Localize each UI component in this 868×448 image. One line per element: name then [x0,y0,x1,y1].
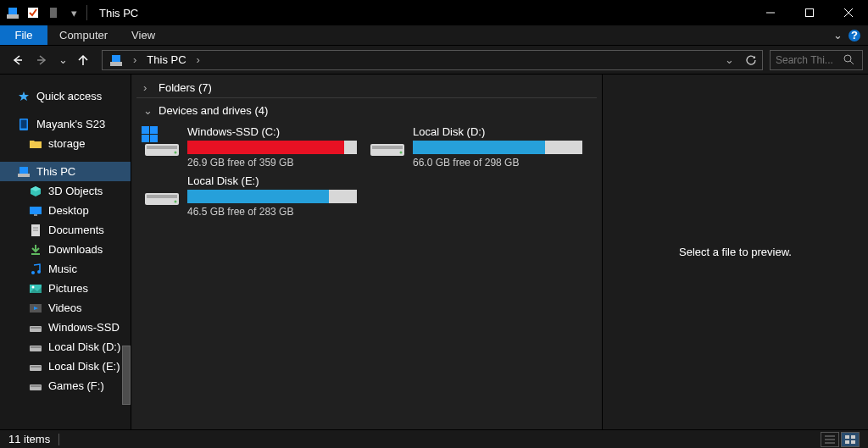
group-label: Folders (7) [159,81,212,94]
label: Music [48,263,77,275]
tree-child-0[interactable]: 3D Objects [0,181,131,201]
tree-scrollbar[interactable] [120,75,131,429]
tree-child-4[interactable]: Music [0,259,131,279]
preview-pane: Select a file to preview. [602,75,868,429]
label: Quick access [36,90,102,102]
group-drives[interactable]: ⌄ Devices and drives (4) [136,100,597,120]
svg-point-27 [31,271,35,274]
chevron-right-icon[interactable]: › [193,53,203,66]
search-box[interactable] [770,50,863,70]
item-icon [29,301,42,315]
recent-dropdown[interactable]: ⌄ [56,49,70,71]
crumb-thispc[interactable]: This PC [140,51,192,69]
view-details-button[interactable] [821,432,839,447]
label: Windows-SSD [48,321,120,334]
minimize-button[interactable] [751,0,790,25]
item-icon [29,379,42,393]
tree-child-8[interactable]: Local Disk (D:) [0,337,131,357]
svg-rect-51 [147,195,177,198]
svg-rect-58 [845,440,849,444]
tree-this-pc[interactable]: This PC [0,162,131,181]
drive-icon [143,128,181,165]
group-label: Devices and drives (4) [159,104,268,117]
group-folders[interactable]: › Folders (7) [136,78,597,98]
svg-rect-41 [150,126,158,134]
nav-tree: Quick access Mayank's S23 storage This P… [0,75,131,429]
item-icon [29,340,42,354]
svg-rect-0 [7,14,19,19]
svg-rect-37 [31,366,41,368]
drive-name: Windows-SSD (C:) [187,125,362,138]
qat-dropdown-icon[interactable]: ▾ [66,5,81,20]
tree-child-7[interactable]: Windows-SSD [0,318,131,337]
tab-computer[interactable]: Computer [47,25,120,45]
close-button[interactable] [829,0,868,25]
file-tab[interactable]: File [0,25,47,45]
tree-child-10[interactable]: Games (F:) [0,376,131,395]
addr-dropdown[interactable]: ⌄ [718,51,740,69]
tree-quick-access[interactable]: Quick access [0,86,131,106]
drive-icon [143,177,181,214]
back-button[interactable] [5,49,29,71]
tree-phone[interactable]: Mayank's S23 [0,114,131,134]
svg-rect-42 [142,135,149,142]
svg-point-46 [175,152,177,154]
tree-child-3[interactable]: Downloads [0,240,131,259]
label: 3D Objects [48,185,103,197]
ribbon: File Computer View ⌄ ? [0,25,868,46]
drive-1[interactable]: Local Disk (D:)66.0 GB free of 298 GB [365,122,591,171]
drive-name: Local Disk (D:) [413,125,587,138]
tree-child-9[interactable]: Local Disk (E:) [0,357,131,376]
svg-rect-57 [851,435,855,439]
qat-properties-icon[interactable] [25,5,41,20]
label: Videos [48,301,82,314]
drive-freespace: 26.9 GB free of 359 GB [187,157,362,169]
item-icon [29,243,42,257]
svg-point-30 [32,285,35,288]
label: storage [48,137,85,150]
tree-child-1[interactable]: Desktop [0,201,131,220]
view-tiles-button[interactable] [841,432,860,447]
svg-rect-39 [31,385,41,387]
svg-rect-48 [372,146,403,149]
ribbon-expand-icon[interactable]: ⌄ [833,29,843,41]
item-icon [29,360,42,373]
up-button[interactable] [71,49,95,71]
address-bar[interactable]: › This PC › ⌄ [102,50,763,70]
usage-bar [187,190,357,203]
crumb-root[interactable] [103,51,130,69]
tree-storage[interactable]: storage [0,134,131,153]
svg-rect-1 [8,8,17,14]
search-input[interactable] [776,54,840,66]
tree-child-2[interactable]: Documents [0,220,131,240]
tree-child-5[interactable]: Pictures [0,279,131,298]
drive-freespace: 66.0 GB free of 298 GB [413,157,587,169]
svg-rect-35 [31,346,41,348]
item-icon [29,263,42,276]
drive-icon [369,128,406,165]
qat-newfolder-icon[interactable] [46,5,61,20]
help-icon[interactable]: ? [848,29,861,42]
label: Pictures [48,282,88,295]
item-icon [29,224,42,237]
svg-point-28 [37,270,41,274]
chevron-right-icon[interactable]: › [130,53,140,66]
svg-rect-19 [18,174,30,177]
svg-point-52 [175,201,177,203]
svg-line-16 [850,61,854,64]
tab-view[interactable]: View [120,25,167,45]
search-icon [843,54,854,65]
app-icon [5,5,20,20]
tree-child-6[interactable]: Videos [0,298,131,318]
svg-rect-56 [845,435,849,439]
forward-button[interactable] [31,49,54,71]
drive-0[interactable]: Windows-SSD (C:)26.9 GB free of 359 GB [140,122,365,171]
drive-2[interactable]: Local Disk (E:)46.5 GB free of 283 GB [140,171,365,220]
item-count: 11 items [8,433,50,445]
svg-rect-33 [31,327,41,329]
refresh-button[interactable] [740,51,762,69]
preview-hint: Select a file to preview. [679,246,792,258]
star-icon [17,90,31,103]
maximize-button[interactable] [790,0,829,25]
svg-rect-59 [851,440,855,444]
